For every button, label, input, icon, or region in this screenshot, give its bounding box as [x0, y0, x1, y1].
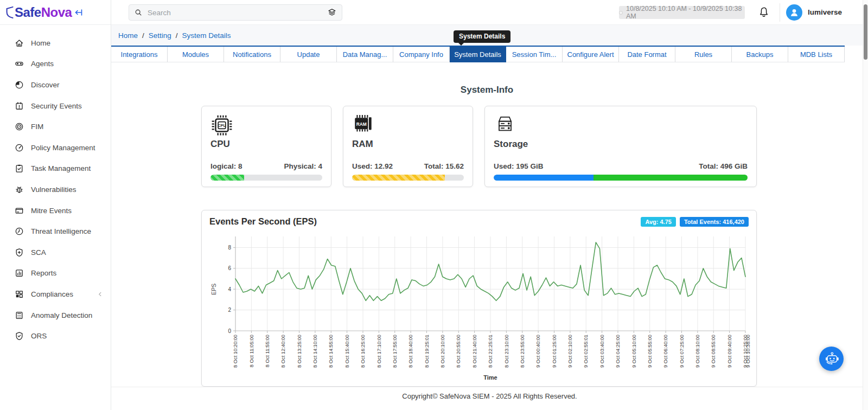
tab-data-manag[interactable]: Data Manag... — [337, 47, 393, 62]
badge-avg: Avg: 4.75 — [641, 217, 676, 227]
user-avatar[interactable] — [786, 4, 802, 21]
svg-text:9 Oct 01:25:00: 9 Oct 01:25:00 — [552, 335, 557, 368]
policy-management-icon — [15, 143, 24, 152]
sidebar-item-home[interactable]: Home — [0, 33, 111, 54]
svg-text:8 Oct 18:40:00: 8 Oct 18:40:00 — [408, 335, 413, 368]
svg-text:8 Oct 20:10:00: 8 Oct 20:10:00 — [440, 335, 445, 368]
eps-line-chart: 024688 Oct 10:20:008 Oct 11:05:008 Oct 1… — [207, 232, 752, 384]
layers-icon[interactable] — [328, 8, 336, 17]
sidebar-item-mitre-events[interactable]: Mitre Events — [0, 200, 111, 221]
sidebar-item-policy-management[interactable]: Policy Management — [0, 137, 111, 158]
storage-progress-bar — [494, 175, 748, 181]
brand-name: SafeNova — [15, 5, 72, 20]
breadcrumb-link-system-details[interactable]: System Details — [182, 31, 231, 40]
username-label[interactable]: lumiverse — [808, 8, 842, 16]
tab-mdb-lists[interactable]: MDB Lists — [788, 47, 845, 62]
sidebar-item-label: Vulnerabilities — [31, 185, 76, 194]
svg-text:9 Oct 05:55:00: 9 Oct 05:55:00 — [647, 335, 653, 368]
sidebar-item-discover[interactable]: Discover — [0, 74, 111, 95]
svg-text:8 Oct 14:10:00: 8 Oct 14:10:00 — [312, 335, 318, 368]
ors-icon — [15, 331, 24, 341]
tab-session-tim[interactable]: Session Tim... — [506, 47, 563, 62]
svg-text:8 Oct 21:40:00: 8 Oct 21:40:00 — [472, 335, 477, 368]
tab-configure-alert[interactable]: Configure Alert — [563, 47, 619, 62]
mitre-events-icon — [15, 206, 24, 215]
breadcrumb-separator: / — [176, 31, 178, 40]
sidebar-item-label: Mitre Events — [31, 207, 72, 215]
tab-modules[interactable]: Modules — [168, 47, 224, 62]
storage-bar-segment — [494, 175, 593, 181]
sidebar-collapse-icon[interactable] — [74, 8, 84, 17]
cpu-right-stat: Physical: 4 — [284, 162, 322, 170]
svg-text:8 Oct 23:10:00: 8 Oct 23:10:00 — [504, 335, 509, 368]
sidebar-item-label: Threat Intelligence — [31, 227, 91, 235]
svg-text:6: 6 — [228, 265, 231, 271]
svg-text:Time: Time — [483, 374, 497, 381]
date-range-value: 10/8/2025 10:10 AM - 10/9/2025 10:38 AM — [626, 5, 745, 20]
tab-notifications[interactable]: Notifications — [224, 47, 280, 62]
sidebar-item-task-management[interactable]: Task Management — [0, 158, 111, 180]
svg-text:8 Oct 23:55:00: 8 Oct 23:55:00 — [520, 335, 525, 368]
chevron-left-icon[interactable] — [97, 291, 103, 297]
tab-backups[interactable]: Backups — [732, 47, 788, 62]
scrollbar-thumb[interactable] — [864, 4, 867, 60]
logo[interactable]: SafeNova — [0, 0, 111, 25]
sidebar-item-compliances[interactable]: Compliances — [0, 284, 111, 305]
page-scrollbar[interactable] — [863, 0, 868, 410]
sca-icon — [15, 248, 24, 257]
tab-system-details[interactable]: System Details — [450, 47, 506, 62]
settings-tabbar: IntegrationsModulesNotificationsUpdateDa… — [111, 46, 845, 62]
sidebar-item-ors[interactable]: ORS — [0, 325, 111, 347]
global-search[interactable] — [129, 4, 342, 21]
cpu-left-stat: logical: 8 — [210, 162, 242, 170]
sidebar-item-agents[interactable]: Agents — [0, 54, 111, 75]
sidebar-item-security-events[interactable]: Security Events — [0, 95, 111, 117]
svg-text:2: 2 — [228, 307, 231, 313]
eps-chart-card: Events Per Second (EPS) Avg: 4.75Total E… — [201, 210, 757, 387]
eps-chart-title: Events Per Second (EPS) — [209, 216, 317, 227]
svg-text:EPS: EPS — [210, 284, 217, 295]
sidebar-item-label: Anomaly Detection — [31, 311, 92, 319]
svg-text:8 Oct 22:25:01: 8 Oct 22:25:01 — [488, 335, 493, 368]
search-input[interactable] — [146, 8, 323, 17]
storage-card-title: Storage — [494, 139, 748, 150]
svg-text:8 Oct 11:05:00: 8 Oct 11:05:00 — [249, 335, 254, 367]
svg-text:8 Oct 14:55:00: 8 Oct 14:55:00 — [328, 335, 334, 368]
svg-text:8 Oct 11:55:00: 8 Oct 11:55:00 — [265, 335, 270, 367]
notifications-bell-icon[interactable] — [758, 7, 769, 18]
sidebar-item-label: Security Events — [31, 102, 82, 110]
sidebar-item-label: Policy Management — [31, 144, 95, 152]
svg-text:9 Oct 03:40:00: 9 Oct 03:40:00 — [599, 335, 605, 368]
breadcrumb-link-setting[interactable]: Setting — [149, 31, 171, 40]
svg-text:8: 8 — [228, 245, 231, 251]
sidebar-item-threat-intelligence[interactable]: Threat Intelligence — [0, 221, 111, 242]
sidebar-item-vulnerabilities[interactable]: Vulnerabilities — [0, 179, 111, 200]
cpu-card: CPUCPUlogical: 8Physical: 4 — [201, 106, 331, 187]
chatbot-button[interactable] — [819, 347, 844, 371]
date-range-picker[interactable]: 10/8/2025 10:10 AM - 10/9/2025 10:38 AM — [619, 6, 745, 19]
topbar-divider — [780, 3, 780, 22]
tab-company-info[interactable]: Company Info — [393, 47, 450, 62]
svg-text:9 Oct 06:40:00: 9 Oct 06:40:00 — [663, 335, 668, 368]
sidebar-nav: HomeAgentsDiscoverSecurity EventsFIMPoli… — [0, 25, 111, 347]
ram-right-stat: Total: 15.62 — [424, 162, 464, 170]
tab-date-format[interactable]: Date Format — [619, 47, 675, 62]
sidebar-item-anomaly-detection[interactable]: Anomaly Detection — [0, 305, 111, 326]
breadcrumb-link-home[interactable]: Home — [118, 31, 138, 40]
anomaly-detection-icon — [15, 311, 24, 320]
cpu-icon: CPU — [210, 114, 233, 136]
breadcrumb-separator: / — [142, 31, 144, 40]
svg-text:RAM: RAM — [356, 121, 367, 127]
tab-update[interactable]: Update — [280, 47, 337, 62]
svg-text:9 Oct 02:10:00: 9 Oct 02:10:00 — [567, 335, 573, 368]
svg-text:8 Oct 20:55:00: 8 Oct 20:55:00 — [456, 335, 461, 368]
sidebar-item-reports[interactable]: Reports — [0, 263, 111, 284]
tab-integrations[interactable]: Integrations — [111, 47, 168, 62]
page-title: System-Info — [111, 85, 863, 95]
svg-text:8 Oct 10:20:00: 8 Oct 10:20:00 — [233, 335, 238, 368]
svg-text:CPU: CPU — [218, 124, 226, 127]
sidebar-item-sca[interactable]: SCA — [0, 242, 111, 263]
tab-rules[interactable]: Rules — [675, 47, 732, 62]
sidebar-item-fim[interactable]: FIM — [0, 116, 111, 137]
svg-text:9 Oct 05:10:00: 9 Oct 05:10:00 — [631, 335, 637, 368]
